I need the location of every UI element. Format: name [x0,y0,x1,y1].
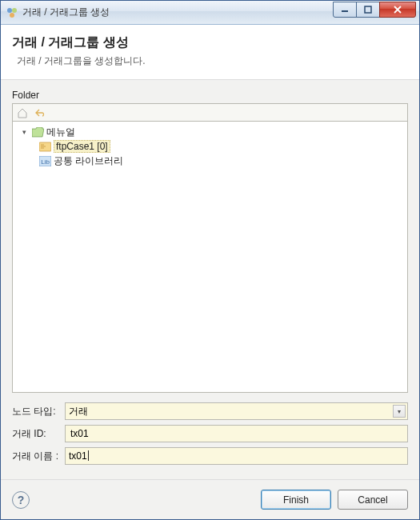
tree-root-node[interactable]: ▾ 메뉴얼 [14,125,406,139]
dialog-window: 거래 / 거래그룹 생성 거래 / 거래그룹 생성 거래 / 거래그룹을 생성합… [0,0,420,520]
home-icon[interactable] [16,106,29,119]
maximize-button[interactable] [356,2,380,18]
row-node-type: 노드 타입: 거래 ▾ [12,402,408,420]
tx-id-field[interactable] [69,427,404,440]
svg-rect-5 [39,142,51,151]
cancel-button[interactable]: Cancel [338,490,408,510]
tree-item-label: ftpCase1 [0] [54,140,110,153]
tree-item-library[interactable]: Lib 공통 라이브러리 [14,154,406,168]
finish-button[interactable]: Finish [261,490,331,510]
svg-rect-3 [342,10,348,12]
folder-tree[interactable]: ▾ 메뉴얼 ftpCase1 [0] [12,121,408,393]
svg-point-1 [12,8,17,13]
tree-item-label: 공통 라이브러리 [54,154,123,168]
close-button[interactable] [379,2,416,18]
node-type-value: 거래 [69,405,88,418]
tree-toolbar [12,103,408,121]
row-tx-id: 거래 ID: [12,425,408,442]
page-subtitle: 거래 / 거래그룹을 생성합니다. [12,54,408,68]
folder-label: Folder [12,90,408,101]
label-tx-name: 거래 이름 : [12,450,65,463]
svg-point-2 [10,13,14,18]
back-icon[interactable] [34,106,46,119]
page-title: 거래 / 거래그룹 생성 [12,34,408,51]
svg-text:Lib: Lib [41,158,50,166]
footer: ? Finish Cancel [1,479,419,519]
header-panel: 거래 / 거래그룹 생성 거래 / 거래그룹을 생성합니다. [1,25,419,80]
tx-id-input[interactable] [65,425,408,442]
tx-name-value: tx01 [69,450,89,462]
tree-root-label: 메뉴얼 [46,126,75,139]
row-tx-name: 거래 이름 : tx01 [12,447,408,465]
chevron-down-icon[interactable]: ▾ [393,405,406,418]
library-icon: Lib [38,154,51,167]
titlebar[interactable]: 거래 / 거래그룹 생성 [1,1,419,25]
svg-rect-4 [365,6,371,13]
form-area: 노드 타입: 거래 ▾ 거래 ID: 거래 이름 : tx01 [12,402,408,470]
tree-item-ftpcase[interactable]: ftpCase1 [0] [14,139,406,154]
help-icon[interactable]: ? [12,491,30,509]
folder-open-icon [31,126,44,138]
collapse-icon[interactable]: ▾ [19,127,29,137]
titlebar-title: 거래 / 거래그룹 생성 [22,6,334,19]
label-tx-id: 거래 ID: [12,427,65,441]
node-type-combo[interactable]: 거래 ▾ [65,402,408,420]
app-icon [6,6,18,19]
tx-name-input[interactable]: tx01 [65,447,408,465]
case-icon [38,140,51,153]
label-node-type: 노드 타입: [12,405,65,418]
svg-point-0 [7,8,12,13]
window-controls [334,2,416,18]
minimize-button[interactable] [333,2,357,18]
content-area: Folder ▾ 메뉴얼 [1,80,419,479]
